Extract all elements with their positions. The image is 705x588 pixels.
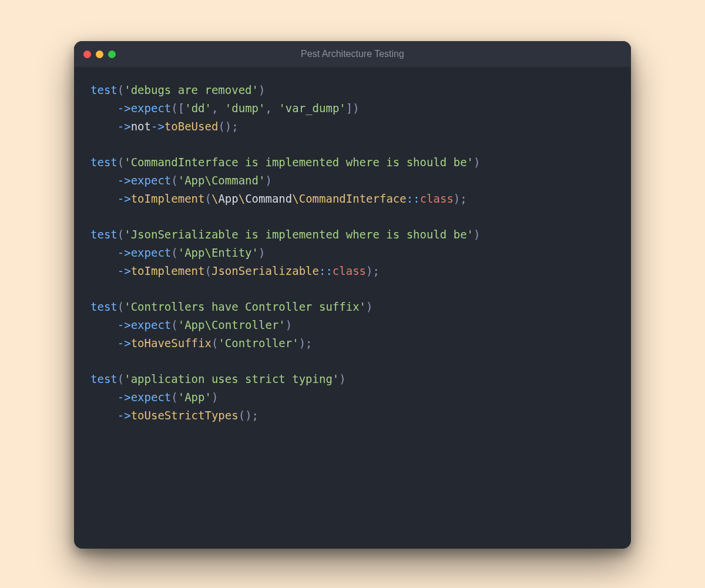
test3-description: 'JsonSerializable is implemented where i… — [124, 228, 474, 241]
semicolon: ; — [460, 192, 466, 205]
arrow-op: -> — [118, 246, 131, 259]
paren-open: ( — [118, 228, 124, 241]
paren-close: ) — [474, 156, 480, 169]
paren-close: ) — [265, 174, 271, 187]
paren-close: ) — [299, 337, 306, 350]
paren-close: ) — [474, 228, 480, 241]
code-block: test('debugs are removed') ->expect(['dd… — [74, 67, 631, 441]
fn-test: test — [90, 83, 118, 96]
paren-close: ) — [286, 318, 292, 331]
expect-arg: 'App\Controller' — [178, 318, 286, 331]
kw-class: class — [333, 264, 366, 277]
close-icon[interactable] — [83, 51, 91, 58]
window-title: Pest Architecture Testing — [301, 49, 404, 59]
paren-close: ) — [339, 372, 345, 385]
test4-description: 'Controllers have Controller suffix' — [124, 300, 366, 313]
method-toImplement: toImplement — [131, 192, 205, 205]
traffic-lights — [83, 41, 116, 67]
paren-open: ( — [118, 300, 124, 313]
paren-open: ( — [118, 372, 124, 385]
paren-close: ) — [245, 409, 251, 422]
comma: , — [265, 102, 278, 115]
arrow-op: -> — [118, 318, 131, 331]
ns-sep: \ — [239, 192, 245, 205]
scope-op: :: — [407, 192, 420, 205]
paren-close: ) — [454, 192, 460, 205]
method-toHaveSuffix: toHaveSuffix — [131, 337, 212, 350]
ns-interface: CommandInterface — [299, 192, 407, 205]
minimize-icon[interactable] — [96, 51, 103, 58]
paren-close: ) — [258, 246, 265, 259]
prop-not: not — [131, 120, 151, 133]
method-toUseStrictTypes: toUseStrictTypes — [131, 409, 239, 422]
paren-open: ( — [118, 156, 124, 169]
array-item: 'var_dump' — [278, 102, 345, 115]
semicolon: ; — [252, 409, 258, 422]
paren-open: ( — [171, 318, 177, 331]
kw-class: class — [420, 192, 454, 205]
fn-test: test — [90, 300, 118, 313]
comma: , — [212, 102, 225, 115]
expect-arg: 'App\Command' — [178, 174, 266, 187]
bracket-open: [ — [178, 102, 184, 115]
fn-test: test — [90, 156, 118, 169]
array-item: 'dd' — [184, 102, 212, 115]
paren-close: ) — [258, 83, 265, 96]
class-name: JsonSerializable — [212, 264, 319, 277]
ns-sep: \ — [212, 192, 218, 205]
paren-close: ) — [212, 391, 218, 404]
fn-expect: expect — [131, 174, 172, 187]
window-titlebar: Pest Architecture Testing — [74, 41, 631, 67]
fn-test: test — [90, 372, 118, 385]
paren-close: ) — [352, 102, 359, 115]
ns-app: App — [218, 192, 238, 205]
semicolon: ; — [306, 337, 312, 350]
paren-open: ( — [204, 192, 211, 205]
arrow-op: -> — [118, 264, 131, 277]
fn-expect: expect — [131, 102, 172, 115]
paren-open: ( — [212, 337, 218, 350]
ns-command: Command — [245, 192, 292, 205]
semicolon: ; — [373, 264, 380, 277]
bracket-close: ] — [346, 102, 352, 115]
arrow-op: -> — [118, 391, 131, 404]
fn-expect: expect — [131, 391, 172, 404]
arrow-op: -> — [118, 337, 131, 350]
array-item: 'dump' — [225, 102, 266, 115]
arrow-op: -> — [118, 174, 131, 187]
expect-arg: 'App\Entity' — [178, 246, 258, 259]
paren-close: ) — [366, 300, 372, 313]
method-toBeUsed: toBeUsed — [164, 120, 219, 133]
semicolon: ; — [231, 120, 238, 133]
arrow-op: -> — [118, 120, 131, 133]
ns-sep: \ — [292, 192, 298, 205]
paren-open: ( — [218, 120, 224, 133]
fn-expect: expect — [131, 246, 172, 259]
arrow-op: -> — [118, 102, 131, 115]
expect-arg: 'App' — [178, 391, 212, 404]
paren-close: ) — [225, 120, 231, 133]
arrow-op: -> — [118, 409, 131, 422]
paren-open: ( — [171, 246, 177, 259]
scope-op: :: — [319, 264, 333, 277]
code-window: Pest Architecture Testing test('debugs a… — [74, 41, 631, 549]
paren-open: ( — [239, 409, 245, 422]
test1-description: 'debugs are removed' — [124, 83, 258, 96]
paren-open: ( — [204, 264, 211, 277]
paren-open: ( — [171, 174, 177, 187]
paren-open: ( — [118, 83, 124, 96]
test5-description: 'application uses strict typing' — [124, 372, 339, 385]
fn-expect: expect — [131, 318, 172, 331]
paren-open: ( — [171, 391, 177, 404]
paren-close: ) — [366, 264, 372, 277]
method-toImplement: toImplement — [131, 264, 205, 277]
fn-test: test — [90, 228, 118, 241]
paren-open: ( — [171, 102, 177, 115]
test2-description: 'CommandInterface is implemented where i… — [124, 156, 474, 169]
zoom-icon[interactable] — [108, 51, 116, 58]
suffix-arg: 'Controller' — [218, 337, 298, 350]
arrow-op: -> — [151, 120, 164, 133]
arrow-op: -> — [118, 192, 131, 205]
